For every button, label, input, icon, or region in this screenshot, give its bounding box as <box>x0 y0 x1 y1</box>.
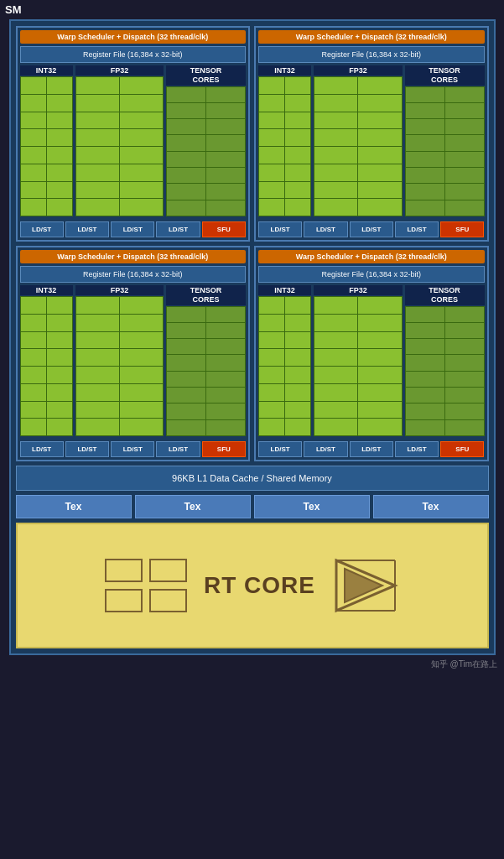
cell <box>358 147 401 164</box>
cell <box>406 403 444 419</box>
rt-core-label: RT CORE <box>204 572 315 599</box>
ld-st-2d: LD/ST <box>395 221 439 237</box>
cell <box>47 77 72 94</box>
tensor-block-4: TENSOR CORES <box>405 285 485 436</box>
cell <box>76 129 119 146</box>
cell <box>406 135 444 150</box>
cell <box>76 182 119 199</box>
cell <box>47 112 72 129</box>
ld-sfu-row-2: LD/ST LD/ST LD/ST LD/ST SFU <box>258 221 485 237</box>
tex-row: Tex Tex Tex Tex <box>16 495 489 518</box>
fp32-block-3: FP32 <box>75 285 164 436</box>
quadrant-row-top: Warp Scheduler + Dispatch (32 thread/clk… <box>16 26 489 242</box>
cell <box>285 147 310 164</box>
cell <box>206 420 245 435</box>
tex-button-4[interactable]: Tex <box>373 495 489 518</box>
cell <box>406 420 444 435</box>
ld-st-3a: LD/ST <box>20 441 64 457</box>
cell <box>47 367 72 383</box>
cell <box>206 168 245 183</box>
cell <box>314 147 357 164</box>
cell <box>47 402 72 419</box>
cell <box>21 182 46 199</box>
cell <box>259 332 284 349</box>
cell <box>76 112 119 129</box>
tex-button-1[interactable]: Tex <box>16 495 132 518</box>
cell <box>120 297 163 314</box>
cell <box>358 182 401 199</box>
cell <box>358 349 401 366</box>
cell <box>406 87 444 102</box>
cell <box>445 372 484 387</box>
cell <box>406 103 444 118</box>
cell <box>120 199 163 216</box>
rt-box-4 <box>149 589 187 612</box>
fp32-block-4: FP32 <box>314 285 402 436</box>
rt-left-boxes <box>105 559 187 612</box>
cell <box>406 168 444 183</box>
rt-box-3 <box>105 589 143 612</box>
cell <box>358 95 401 112</box>
int32-block-2: INT32 <box>258 65 311 216</box>
tensor-block-3: TENSOR CORES <box>166 285 246 436</box>
cell <box>259 297 284 314</box>
tex-button-3[interactable]: Tex <box>254 495 370 518</box>
cell <box>76 315 119 331</box>
cell <box>120 112 163 129</box>
cell <box>445 355 484 370</box>
cell <box>358 164 401 181</box>
cell <box>259 112 284 129</box>
cell <box>259 402 284 419</box>
cell <box>314 112 357 129</box>
cell <box>406 372 444 387</box>
int32-label-1: INT32 <box>20 65 73 75</box>
cell <box>47 332 72 349</box>
cell <box>206 152 245 167</box>
cell <box>445 119 484 134</box>
cell <box>120 77 163 94</box>
cell <box>21 349 46 366</box>
cell <box>285 419 310 435</box>
fp32-label-1: FP32 <box>75 65 164 75</box>
int32-block-4: INT32 <box>258 285 311 436</box>
cell <box>21 315 46 331</box>
cell <box>47 182 72 199</box>
cell <box>76 199 119 216</box>
quadrant-4: Warp Scheduler + Dispatch (32 thread/clk… <box>254 246 489 461</box>
cell <box>76 95 119 112</box>
cell <box>76 164 119 181</box>
cell <box>406 388 444 403</box>
cell <box>285 315 310 331</box>
cell <box>314 95 357 112</box>
svg-marker-4 <box>345 569 382 602</box>
cell <box>47 129 72 146</box>
cell <box>259 419 284 435</box>
cores-area-1: INT32 FP32 <box>20 65 247 216</box>
quadrant-row-bottom: Warp Scheduler + Dispatch (32 thread/clk… <box>16 246 489 461</box>
tex-button-2[interactable]: Tex <box>135 495 251 518</box>
cell <box>285 402 310 419</box>
cell <box>445 184 484 199</box>
sfu-3: SFU <box>202 441 246 457</box>
cores-area-2: INT32 FP32 <box>258 65 485 216</box>
rt-box-row-bottom <box>105 589 187 612</box>
cell <box>358 297 401 314</box>
cell <box>21 367 46 383</box>
ld-st-2c: LD/ST <box>350 221 393 237</box>
cell <box>47 199 72 216</box>
int32-label-2: INT32 <box>258 65 311 75</box>
cell <box>406 119 444 134</box>
cell <box>358 315 401 331</box>
cell <box>120 129 163 146</box>
cell <box>314 402 357 419</box>
cell <box>285 112 310 129</box>
cell <box>406 339 444 354</box>
cell <box>120 147 163 164</box>
cell <box>445 307 484 322</box>
cell <box>21 164 46 181</box>
register-file-3: Register File (16,384 x 32-bit) <box>20 266 247 283</box>
register-file-2: Register File (16,384 x 32-bit) <box>258 46 485 63</box>
cell <box>358 402 401 419</box>
cell <box>120 349 163 366</box>
cell <box>358 367 401 383</box>
